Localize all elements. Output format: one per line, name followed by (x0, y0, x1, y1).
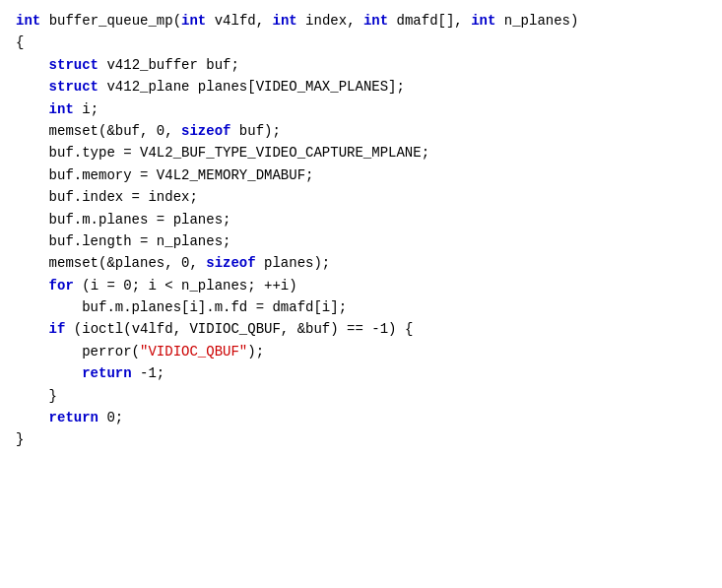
code-line-12: buf.length = n_planes; (16, 230, 706, 252)
code-line-16: for (i = 0; i < n_planes; ++i) (16, 275, 706, 296)
code-line-22: } (16, 385, 706, 407)
code-line-7: memset(&buf, 0, sizeof buf); (16, 120, 706, 142)
code-line-4: struct v412_plane planes[VIDEO_MAX_PLANE… (16, 76, 706, 98)
code-line-8: buf.type = V4L2_BUF_TYPE_VIDEO_CAPTURE_M… (16, 142, 706, 163)
code-line-17: buf.m.planes[i].m.fd = dmafd[i]; (16, 296, 706, 318)
code-line-19: if (ioctl(v4lfd, VIDIOC_QBUF, &buf) == -… (16, 318, 706, 340)
code-line-2: { (16, 32, 706, 53)
code-line-20: perror("VIDIOC_QBUF"); (16, 341, 706, 362)
code-line-9: buf.memory = V4L2_MEMORY_DMABUF; (16, 164, 706, 186)
code-line-11: buf.m.planes = planes; (16, 209, 706, 230)
code-line-10: buf.index = index; (16, 186, 706, 208)
code-line-25: } (16, 428, 706, 450)
code-line-14: memset(&planes, 0, sizeof planes); (16, 252, 706, 274)
code-line-24: return 0; (16, 407, 706, 428)
code-line-1: int buffer_queue_mp(int v4lfd, int index… (16, 10, 706, 32)
code-line-3: struct v412_buffer buf; (16, 54, 706, 76)
code-line-5: int i; (16, 98, 706, 120)
code-container: int buffer_queue_mp(int v4lfd, int index… (0, 0, 722, 588)
code-line-21: return -1; (16, 362, 706, 384)
